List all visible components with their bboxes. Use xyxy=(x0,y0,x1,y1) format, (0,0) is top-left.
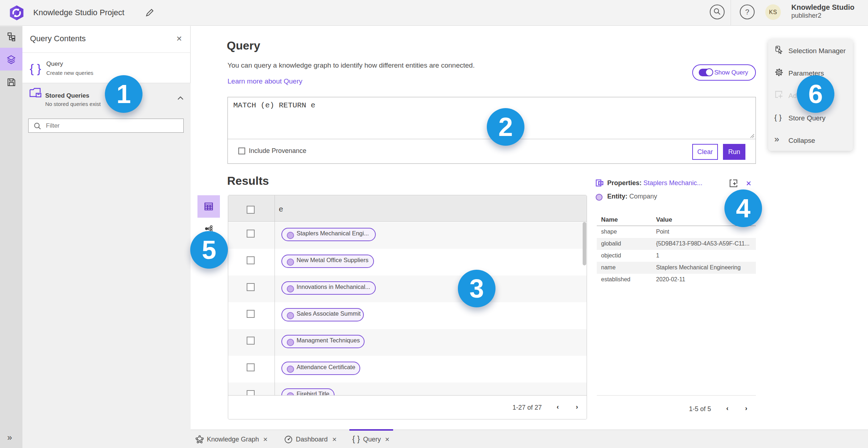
svg-text:?: ? xyxy=(745,8,749,16)
